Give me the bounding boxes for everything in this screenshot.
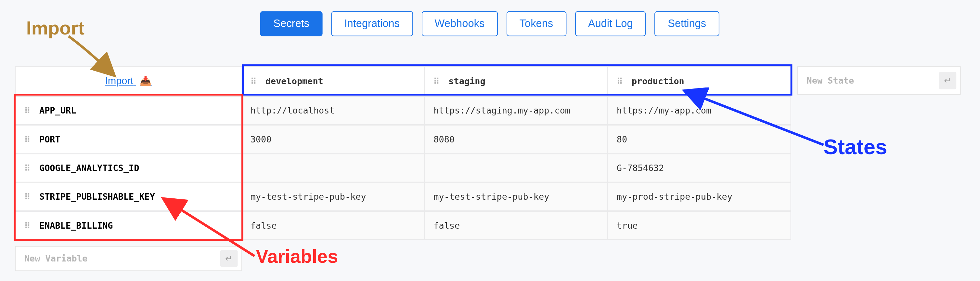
table-row: ⠿ ENABLE_BILLING false false true [15, 211, 791, 240]
table-row: ⠿ STRIPE_PUBLISHABLE_KEY my-test-stripe-… [15, 182, 791, 211]
tab-settings[interactable]: Settings [655, 11, 719, 37]
value-cell[interactable] [425, 153, 608, 182]
table-row: ⠿ GOOGLE_ANALYTICS_ID G-7854632 [15, 153, 791, 182]
value-cell[interactable]: G-7854632 [608, 153, 791, 182]
value-cell[interactable]: my-prod-stripe-pub-key [608, 182, 791, 211]
value-cell[interactable]: my-test-stripe-pub-key [425, 182, 608, 211]
table-row: ⠿ PORT 3000 8080 80 [15, 125, 791, 153]
state-header-development[interactable]: ⠿ development [242, 66, 425, 96]
table-header-row: Import 📥 ⠿ development ⠿ staging ⠿ produ… [15, 66, 791, 96]
new-state-submit-button[interactable]: ↵ [939, 72, 957, 89]
import-link-label: Import [105, 75, 133, 86]
value-cell[interactable]: 8080 [425, 125, 608, 153]
value-cell[interactable]: 80 [608, 125, 791, 153]
drag-handle-icon[interactable]: ⠿ [251, 77, 259, 86]
variable-name-cell[interactable]: ⠿ GOOGLE_ANALYTICS_ID [15, 153, 242, 182]
drag-handle-icon[interactable]: ⠿ [24, 221, 33, 230]
drag-handle-icon[interactable]: ⠿ [24, 163, 33, 173]
new-variable-input-box: ↵ [15, 246, 242, 271]
drag-handle-icon[interactable]: ⠿ [24, 135, 33, 144]
import-icon: 📥 [140, 75, 151, 86]
variable-name-cell[interactable]: ⠿ ENABLE_BILLING [15, 211, 242, 240]
annotation-states-label: States [823, 135, 887, 160]
enter-icon: ↵ [944, 75, 951, 86]
drag-handle-icon[interactable]: ⠿ [24, 192, 33, 201]
variable-name: APP_URL [39, 105, 76, 115]
value-cell[interactable]: 3000 [242, 125, 425, 153]
enter-icon: ↵ [225, 254, 233, 264]
drag-handle-icon[interactable]: ⠿ [433, 77, 442, 86]
new-variable-submit-button[interactable]: ↵ [220, 250, 238, 267]
tab-tokens[interactable]: Tokens [506, 11, 566, 37]
new-state-input-box: ↵ [797, 66, 961, 95]
value-cell[interactable]: false [242, 211, 425, 240]
state-header-production[interactable]: ⠿ production [608, 66, 791, 96]
variable-name: STRIPE_PUBLISHABLE_KEY [39, 192, 155, 202]
state-header-label: staging [449, 76, 485, 86]
drag-handle-icon[interactable]: ⠿ [617, 77, 625, 86]
variable-name: GOOGLE_ANALYTICS_ID [39, 163, 139, 173]
value-cell[interactable]: https://my-app.com [608, 96, 791, 125]
state-header-label: production [632, 76, 684, 86]
variable-name-cell[interactable]: ⠿ PORT [15, 125, 242, 153]
value-cell[interactable] [242, 153, 425, 182]
tab-webhooks[interactable]: Webhooks [422, 11, 498, 37]
tab-secrets[interactable]: Secrets [260, 11, 322, 37]
variable-name-cell[interactable]: ⠿ APP_URL [15, 96, 242, 125]
new-variable-input[interactable] [24, 254, 195, 264]
import-link[interactable]: Import 📥 [105, 75, 152, 87]
tab-audit-log[interactable]: Audit Log [575, 11, 646, 37]
state-header-label: development [266, 76, 323, 86]
variable-name-cell[interactable]: ⠿ STRIPE_PUBLISHABLE_KEY [15, 182, 242, 211]
import-header-cell: Import 📥 [15, 66, 242, 96]
value-cell[interactable]: true [608, 211, 791, 240]
tab-integrations[interactable]: Integrations [331, 11, 413, 37]
variable-name: PORT [39, 134, 60, 144]
value-cell[interactable]: false [425, 211, 608, 240]
drag-handle-icon[interactable]: ⠿ [24, 106, 33, 115]
value-cell[interactable]: http://localhost [242, 96, 425, 125]
value-cell[interactable]: https://staging.my-app.com [425, 96, 608, 125]
value-cell[interactable]: my-test-stripe-pub-key [242, 182, 425, 211]
state-header-staging[interactable]: ⠿ staging [425, 66, 608, 96]
tab-bar: Secrets Integrations Webhooks Tokens Aud… [0, 11, 979, 37]
variable-name: ENABLE_BILLING [39, 220, 113, 231]
new-state-input[interactable] [807, 75, 927, 86]
annotation-variables-label: Variables [256, 246, 338, 267]
secrets-table: Import 📥 ⠿ development ⠿ staging ⠿ produ… [15, 66, 791, 240]
table-row: ⠿ APP_URL http://localhost https://stagi… [15, 96, 791, 125]
